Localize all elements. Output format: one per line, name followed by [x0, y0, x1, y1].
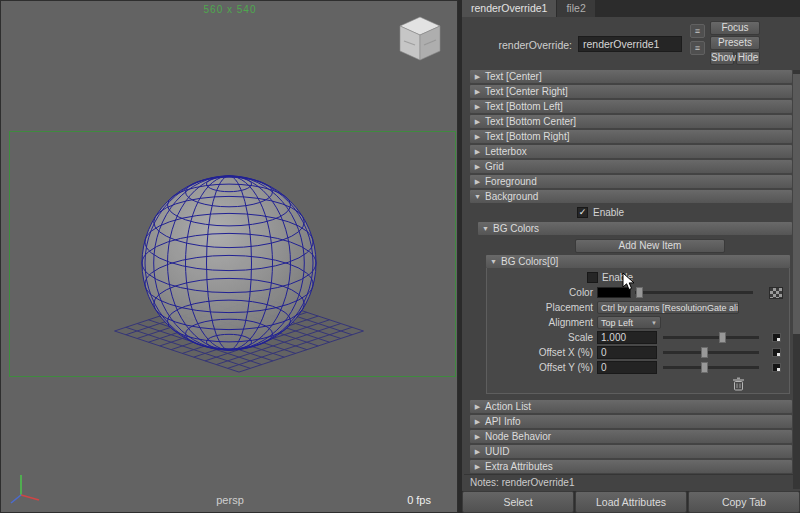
offset-x-row: Offset X (%): [487, 345, 789, 360]
section-bg-colors[interactable]: ▼ BG Colors: [478, 222, 792, 235]
chevron-down-icon: ▼: [470, 193, 485, 200]
chevron-right-icon: ▶: [470, 88, 485, 96]
resolution-gate-label: 560 x 540: [1, 4, 458, 15]
color-slider[interactable]: [635, 286, 753, 299]
scale-slider[interactable]: [663, 331, 759, 344]
scale-field[interactable]: [597, 331, 657, 344]
section-extra-attributes[interactable]: ▶ Extra Attributes: [470, 460, 792, 473]
section-grid[interactable]: ▶ Grid: [470, 160, 792, 173]
presets-button[interactable]: Presets: [710, 36, 760, 50]
background-enable-label: Enable: [593, 207, 624, 218]
alignment-label: Alignment: [487, 317, 597, 328]
view-cube[interactable]: [393, 13, 447, 67]
menu-lines-icon-button[interactable]: ≡: [690, 24, 705, 38]
section-label: Text [Bottom Right]: [485, 131, 569, 142]
offset-y-slider[interactable]: [663, 361, 759, 374]
section-node-behavior[interactable]: ▶ Node Behavior: [470, 430, 792, 443]
hide-button[interactable]: Hide: [736, 51, 760, 65]
tab-file2[interactable]: file2: [557, 0, 594, 17]
focus-button[interactable]: Focus: [710, 21, 760, 35]
chevron-right-icon: ▶: [470, 148, 485, 156]
mouse-cursor: [622, 272, 636, 292]
copy-tab-button[interactable]: Copy Tab: [688, 491, 800, 513]
section-label: Text [Center]: [485, 71, 542, 82]
keyframe-box-icon[interactable]: [772, 333, 781, 342]
bottom-sections: ▶ Action List ▶ API Info ▶ Node Behavior…: [462, 400, 793, 473]
menu-lines-icon: ≡: [695, 43, 700, 53]
section-label: Text [Center Right]: [485, 86, 568, 97]
chevron-right-icon: ▶: [470, 463, 485, 471]
maya-window: 560 x 540 persp 0 fps renderOverride1 fi…: [0, 0, 800, 513]
section-uuid[interactable]: ▶ UUID: [470, 445, 792, 458]
section-action-list[interactable]: ▶ Action List: [470, 400, 792, 413]
section-text-bottom-right[interactable]: ▶ Text [Bottom Right]: [470, 130, 792, 143]
offset-y-label: Offset Y (%): [487, 362, 597, 373]
node-name-label: renderOverride:: [462, 39, 572, 51]
vertical-scrollbar[interactable]: [793, 70, 800, 489]
section-label: Foreground: [485, 176, 537, 187]
offset-x-field[interactable]: [597, 346, 657, 359]
node-name-field[interactable]: [578, 36, 682, 52]
show-button[interactable]: Show: [710, 51, 734, 65]
keyframe-box-icon[interactable]: [772, 363, 781, 372]
scale-label: Scale: [487, 332, 597, 343]
chevron-right-icon: ▶: [470, 433, 485, 441]
background-enable-row: ✓ Enable: [462, 205, 793, 220]
load-attributes-button[interactable]: Load Attributes: [575, 491, 687, 513]
section-text-bottom-left[interactable]: ▶ Text [Bottom Left]: [470, 100, 792, 113]
section-bg-colors-0[interactable]: ▼ BG Colors[0]: [486, 255, 790, 268]
section-label: Text [Bottom Left]: [485, 101, 563, 112]
trash-icon[interactable]: [732, 377, 745, 391]
offset-x-slider[interactable]: [663, 346, 759, 359]
slider-groove: [663, 366, 759, 369]
resolution-gate: [9, 131, 456, 377]
slider-groove: [663, 351, 759, 354]
section-label: Letterbox: [485, 146, 527, 157]
section-background[interactable]: ▼ Background: [470, 190, 792, 203]
viewport[interactable]: 560 x 540 persp 0 fps: [0, 0, 458, 513]
color-label: Color: [487, 287, 597, 298]
item-enable-row: Enable: [487, 270, 789, 285]
alignment-value: Top Left: [601, 318, 633, 328]
keyframe-box-icon[interactable]: [772, 348, 781, 357]
scrollbar-thumb[interactable]: [793, 74, 800, 334]
section-label: BG Colors[0]: [501, 256, 558, 267]
item-enable-checkbox[interactable]: [587, 272, 598, 283]
select-button[interactable]: Select: [462, 491, 574, 513]
slider-handle[interactable]: [701, 362, 708, 373]
slider-handle[interactable]: [701, 347, 708, 358]
section-foreground[interactable]: ▶ Foreground: [470, 175, 792, 188]
fps-counter: 0 fps: [407, 494, 431, 506]
section-api-info[interactable]: ▶ API Info: [470, 415, 792, 428]
bg-colors-0-frame: Enable Color Placement Ctrl by params [R…: [486, 268, 790, 394]
tab-renderoverride1[interactable]: renderOverride1: [462, 0, 556, 17]
alignment-dropdown[interactable]: Top Left ▼: [597, 316, 661, 329]
texture-map-icon-button[interactable]: [769, 287, 783, 299]
section-label: Action List: [485, 401, 531, 412]
background-enable-checkbox[interactable]: ✓: [577, 207, 588, 218]
alignment-row: Alignment Top Left ▼: [487, 315, 789, 330]
notes-divider: [464, 474, 794, 475]
chevron-right-icon: ▶: [470, 418, 485, 426]
slider-groove: [663, 336, 759, 339]
section-letterbox[interactable]: ▶ Letterbox: [470, 145, 792, 158]
menu-lines-icon-button-2[interactable]: ≡: [690, 41, 705, 55]
footer-button-bar: Select Load Attributes Copy Tab: [462, 491, 800, 513]
slider-handle[interactable]: [719, 332, 726, 343]
chevron-right-icon: ▶: [470, 403, 485, 411]
offset-y-field[interactable]: [597, 361, 657, 374]
section-text-center[interactable]: ▶ Text [Center]: [470, 70, 792, 83]
add-new-item-button[interactable]: Add New Item: [575, 239, 725, 253]
section-label: Grid: [485, 161, 504, 172]
placement-label: Placement: [487, 302, 597, 313]
chevron-down-icon: ▼: [478, 225, 493, 232]
chevron-right-icon: ▶: [470, 448, 485, 456]
section-text-center-right[interactable]: ▶ Text [Center Right]: [470, 85, 792, 98]
placement-dropdown[interactable]: Ctrl by params [ResolutionGate align] ▼: [597, 301, 739, 314]
menu-lines-icon: ≡: [695, 26, 700, 36]
placement-row: Placement Ctrl by params [ResolutionGate…: [487, 300, 789, 315]
slider-handle[interactable]: [636, 287, 643, 298]
section-label: Node Behavior: [485, 431, 551, 442]
section-text-bottom-center[interactable]: ▶ Text [Bottom Center]: [470, 115, 792, 128]
color-row: Color: [487, 285, 789, 300]
